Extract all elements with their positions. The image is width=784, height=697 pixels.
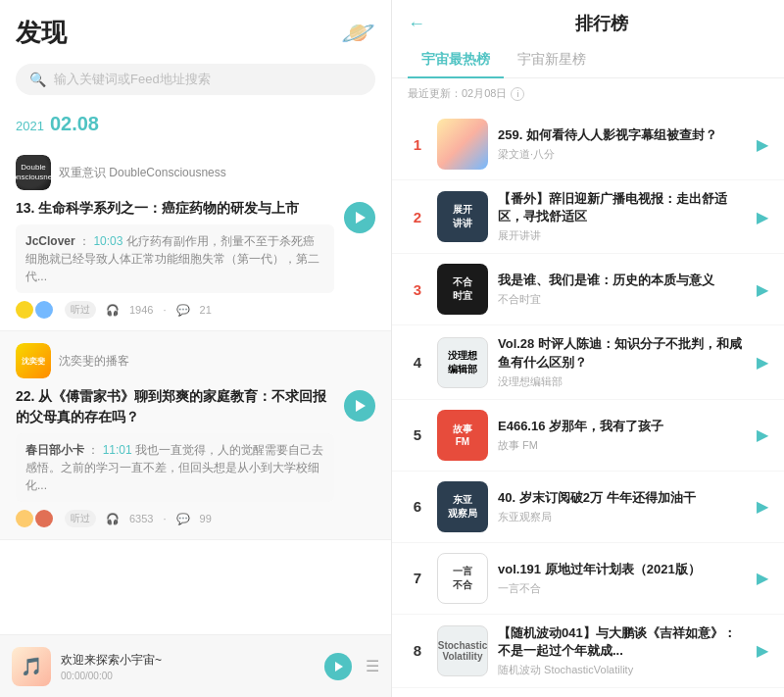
ranking-item[interactable]: 4 没理想 编辑部 Vol.28 时评人陈迪：知识分子不批判，和咸鱼有什么区别？… [392, 325, 784, 399]
feed-meta-2: 听过 🎧 6353 · 💬 99 [16, 510, 334, 527]
rank-info-1: 259. 如何看待人人影视字幕组被查封？ 梁文道·八分 [498, 126, 747, 162]
rank-play-button-3[interactable]: ▶ [757, 280, 768, 299]
date-year: 2021 [16, 119, 44, 133]
feed-channel-name-1: 双重意识 DoubleConsciousness [59, 165, 375, 181]
feed-meta-1: 听过 🎧 1946 · 💬 21 [16, 301, 334, 319]
rank-number-7: 7 [408, 570, 427, 586]
feed-comment-1: JcClover ： 10:03 化疗药有副作用，剂量不至于杀死癌细胞就已经导致… [16, 224, 334, 293]
feed-text-2: 22. 从《傅雷家书》聊到郑爽的家庭教育：不求回报的父母真的存在吗？ 春日部小卡… [16, 386, 334, 527]
comment-time-2: 11:01 [103, 443, 132, 457]
rank-number-5: 5 [408, 426, 427, 443]
rank-play-button-1[interactable]: ▶ [757, 135, 768, 154]
comment-user-2: 春日部小卡 [25, 443, 84, 457]
mini-playlist-icon[interactable]: ☰ [366, 657, 379, 675]
update-text: 最近更新：02月08日 [408, 86, 507, 101]
rank-thumb-2: 展开 讲讲 [437, 191, 488, 242]
rank-channel-6: 东亚观察局 [498, 510, 747, 524]
rank-title-8: 【随机波动041】与大鹏谈《吉祥如意》：不是一起过个年就成... [498, 624, 747, 660]
ranking-tabs: 宇宙最热榜 宇宙新星榜 [392, 35, 784, 78]
date-bar: 2021 02.08 [0, 105, 391, 143]
mini-player-time: 00:00/00:00 [61, 671, 315, 681]
rank-number-1: 1 [408, 136, 427, 153]
play-button-2[interactable] [344, 390, 375, 422]
ranking-item[interactable]: 8 Stochastic Volatility 【随机波动041】与大鹏谈《吉祥… [392, 615, 784, 688]
comment-sep: ： [78, 234, 90, 248]
feed-avatar-1: DoubleConsciousness [16, 155, 51, 190]
rank-play-button-6[interactable]: ▶ [757, 497, 768, 516]
rank-channel-1: 梁文道·八分 [498, 147, 747, 162]
meta-sep-1: · [163, 304, 166, 316]
comment-user-1: JcClover [25, 234, 75, 248]
rank-thumb-8: Stochastic Volatility [437, 625, 488, 676]
rank-play-button-7[interactable]: ▶ [757, 569, 768, 587]
mini-player-title: 欢迎来探索小宇宙~ [61, 652, 315, 669]
listened-badge-2: 听过 [65, 510, 96, 527]
rank-number-8: 8 [408, 642, 427, 659]
mini-play-button[interactable] [324, 653, 352, 680]
rank-channel-7: 一言不合 [498, 581, 747, 596]
left-panel: 发现 🪐 🔍 输入关键词或Feed地址搜索 2021 02.08 DoubleC… [0, 0, 392, 697]
feed-avatar-2: 沈奕斐 [16, 343, 51, 378]
rank-number-4: 4 [408, 354, 427, 371]
play-triangle-1 [356, 212, 366, 224]
ranking-item[interactable]: 3 不合 时宜 我是谁、我们是谁：历史的本质与意义 不合时宜 ▶ [392, 254, 784, 325]
feed-avatars-small-2 [16, 510, 55, 527]
date-day: 02.08 [50, 113, 99, 135]
ranking-list: 1 259. 如何看待人人影视字幕组被查封？ 梁文道·八分 ▶ 2 展开 讲讲 … [392, 109, 784, 697]
feed-item-header: DoubleConsciousness 双重意识 DoubleConscious… [16, 155, 375, 190]
mini-player-info: 欢迎来探索小宇宙~ 00:00/00:00 [61, 652, 315, 681]
headphone-icon-2: 🎧 [106, 513, 120, 525]
discover-title: 发现 [16, 16, 67, 50]
mini-controls: ☰ [324, 653, 379, 680]
planet-icon: 🪐 [341, 17, 375, 49]
play-button-1[interactable] [344, 202, 375, 233]
rank-title-5: E466.16 岁那年，我有了孩子 [498, 418, 747, 435]
rank-info-7: vol.191 原地过年计划表（2021版） 一言不合 [498, 561, 747, 596]
commenter-avatar-4 [35, 510, 53, 527]
play-triangle-2 [356, 400, 366, 412]
rank-thumb-5: 故事 FM [437, 410, 488, 461]
comment-time-1: 10:03 [93, 234, 122, 248]
rank-play-button-2[interactable]: ▶ [757, 208, 768, 226]
back-button[interactable]: ← [408, 14, 425, 34]
ranking-item[interactable]: 1 259. 如何看待人人影视字幕组被查封？ 梁文道·八分 ▶ [392, 109, 784, 180]
tab-new[interactable]: 宇宙新星榜 [504, 43, 600, 78]
feed-list: DoubleConsciousness 双重意识 DoubleConscious… [0, 143, 391, 634]
rank-thumb-4: 没理想 编辑部 [437, 337, 488, 388]
tab-hot[interactable]: 宇宙最热榜 [408, 43, 504, 78]
commenter-avatar-2 [35, 301, 53, 319]
commenter-avatar-3 [16, 510, 33, 527]
mini-play-triangle [335, 662, 343, 672]
rank-play-button-8[interactable]: ▶ [757, 641, 768, 660]
feed-content-2: 22. 从《傅雷家书》聊到郑爽的家庭教育：不求回报的父母真的存在吗？ 春日部小卡… [16, 386, 375, 527]
rank-channel-2: 展开讲讲 [498, 228, 747, 243]
rank-title-7: vol.191 原地过年计划表（2021版） [498, 561, 747, 578]
right-header: ← 排行榜 [392, 0, 784, 35]
rank-info-6: 40. 岁末订阅破2万 牛年还得加油干 东亚观察局 [498, 489, 747, 524]
feed-episode-title-1: 13. 生命科学系列之一：癌症药物的研发与上市 [16, 198, 334, 219]
rank-title-6: 40. 岁末订阅破2万 牛年还得加油干 [498, 489, 747, 507]
search-placeholder: 输入关键词或Feed地址搜索 [54, 71, 211, 88]
commenter-avatar-1 [16, 301, 33, 319]
rank-number-6: 6 [408, 498, 427, 515]
rank-number-3: 3 [408, 281, 427, 298]
ranking-item[interactable]: 7 一言 不合 vol.191 原地过年计划表（2021版） 一言不合 ▶ [392, 543, 784, 615]
comment-count-2: 99 [200, 513, 212, 524]
ranking-item[interactable]: 5 故事 FM E466.16 岁那年，我有了孩子 故事 FM ▶ [392, 400, 784, 472]
meta-sep-2: · [163, 513, 166, 524]
rank-play-button-4[interactable]: ▶ [757, 353, 768, 372]
rank-thumb-3: 不合 时宜 [437, 264, 488, 315]
rank-play-button-5[interactable]: ▶ [757, 425, 768, 444]
search-bar[interactable]: 🔍 输入关键词或Feed地址搜索 [16, 64, 375, 95]
mini-player: 🎵 欢迎来探索小宇宙~ 00:00/00:00 ☰ [0, 634, 391, 697]
ranking-item[interactable]: 6 东亚 观察局 40. 岁末订阅破2万 牛年还得加油干 东亚观察局 ▶ [392, 472, 784, 543]
feed-content-1: 13. 生命科学系列之一：癌症药物的研发与上市 JcClover ： 10:03… [16, 198, 375, 319]
mini-player-thumb: 🎵 [12, 647, 51, 686]
comment-count-1: 21 [200, 304, 212, 316]
ranking-item[interactable]: 2 展开 讲讲 【番外】辞旧迎新广播电视报：走出舒适区，寻找舒适区 展开讲讲 ▶ [392, 180, 784, 254]
search-icon: 🔍 [29, 72, 46, 87]
rank-channel-5: 故事 FM [498, 438, 747, 453]
feed-episode-title-2: 22. 从《傅雷家书》聊到郑爽的家庭教育：不求回报的父母真的存在吗？ [16, 386, 334, 427]
rank-channel-3: 不合时宜 [498, 292, 747, 307]
feed-text-1: 13. 生命科学系列之一：癌症药物的研发与上市 JcClover ： 10:03… [16, 198, 334, 319]
